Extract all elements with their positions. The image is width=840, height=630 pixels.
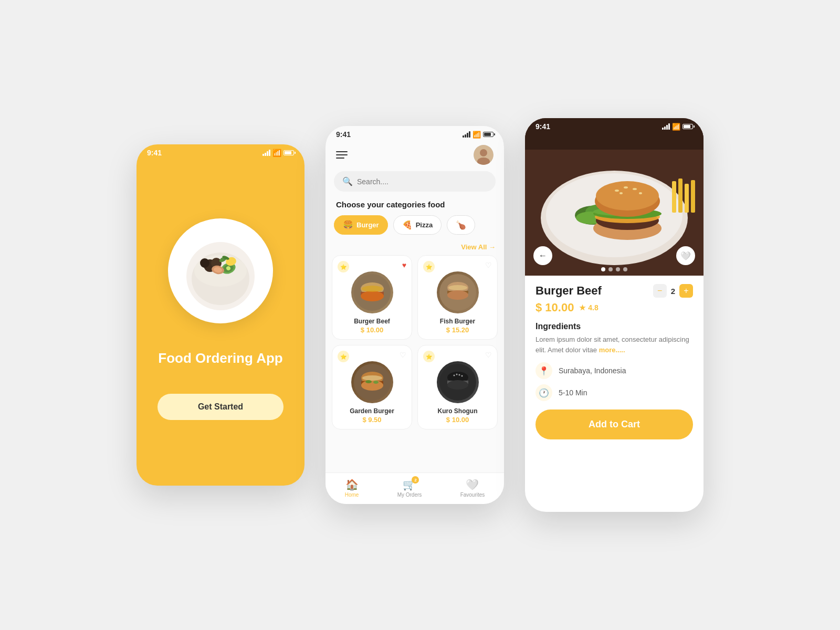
dot-4 [623, 267, 627, 271]
food-card-fish-burger[interactable]: ⭐ ♡ Fish Burger $ 15.20 [417, 255, 498, 340]
location-icon: 📍 [536, 362, 552, 379]
quantity-increase[interactable]: + [679, 284, 693, 298]
svg-point-15 [480, 149, 487, 156]
nav-home[interactable]: 🏠 Home [345, 478, 359, 498]
food-image-3 [351, 361, 393, 403]
category-other[interactable]: 🍗 [447, 215, 475, 235]
quantity-decrease[interactable]: − [653, 284, 667, 298]
pizza-icon: 🍕 [402, 220, 413, 230]
image-dots [601, 267, 627, 271]
food-image-2 [437, 271, 479, 313]
food-card-garden-burger[interactable]: ⭐ ♡ Garden Burger $ 9.50 [332, 345, 412, 429]
svg-rect-49 [691, 180, 695, 213]
home-header [326, 141, 504, 171]
svg-rect-47 [678, 178, 682, 213]
food-card-kuro-shogun[interactable]: ⭐ ♡ Kuro Shogun $ 1 [417, 345, 498, 429]
category-burger[interactable]: 🍔 Burger [334, 215, 388, 235]
search-input[interactable] [357, 177, 487, 186]
categories-title: Choose your categories food [326, 200, 504, 215]
svg-point-59 [596, 181, 659, 211]
heart-1[interactable]: ♥ [402, 261, 406, 269]
nav-favourites-label: Favourites [460, 492, 485, 498]
time-3: 9:41 [536, 122, 550, 131]
more-link[interactable]: more..... [599, 346, 625, 354]
bottom-nav: 🏠 Home 🛒 2 My Orders 🤍 Favourites [326, 472, 504, 504]
home-nav-icon: 🏠 [345, 478, 359, 491]
svg-point-64 [620, 192, 623, 194]
status-bar-1: 9:41 📶 [136, 144, 304, 159]
food-bowl-circle [168, 218, 273, 323]
view-all-row: View All → [326, 243, 504, 255]
category-pizza[interactable]: 🍕 Pizza [393, 215, 442, 235]
svg-point-38 [458, 374, 460, 376]
menu-icon[interactable] [336, 151, 348, 159]
time-row: 🕐 5-10 Min [536, 384, 693, 401]
app-title: Food Ordering App [158, 350, 282, 368]
signal-icon-3 [662, 123, 670, 130]
title-row: Burger Beef − 2 + [536, 284, 693, 298]
food-image-1 [351, 271, 393, 313]
nav-orders[interactable]: 🛒 2 My Orders [397, 478, 422, 498]
hero-heart-button[interactable]: 🤍 [676, 246, 695, 265]
svg-point-63 [639, 192, 642, 194]
ingredients-title: Ingredients [536, 322, 693, 331]
status-icons-1: 📶 [262, 149, 294, 157]
other-icon: 🍗 [456, 220, 466, 230]
time-1: 9:41 [147, 149, 162, 157]
heart-3[interactable]: ♡ [400, 351, 406, 359]
star-badge-2: ⭐ [423, 261, 435, 272]
svg-point-21 [362, 286, 383, 292]
heart-4[interactable]: ♡ [485, 351, 492, 359]
svg-point-25 [447, 290, 468, 300]
food-price-3: $ 9.50 [338, 416, 406, 424]
home-screen: 9:41 📶 [326, 126, 504, 504]
food-price-1: $ 10.00 [338, 326, 406, 334]
quantity-value: 2 [671, 287, 675, 296]
food-name-1: Burger Beef [338, 318, 406, 325]
avatar[interactable] [474, 145, 494, 165]
nav-favourites[interactable]: 🤍 Favourites [460, 478, 485, 498]
svg-point-62 [633, 188, 637, 190]
svg-point-41 [447, 380, 468, 390]
heart-nav-icon: 🤍 [466, 478, 479, 491]
get-started-button[interactable]: Get Started [158, 394, 284, 420]
signal-icon [262, 150, 270, 156]
food-name-4: Kuro Shogun [423, 407, 492, 415]
wifi-icon-2: 📶 [472, 131, 481, 139]
status-icons-3: 📶 [662, 123, 693, 131]
signal-icon-2 [463, 131, 470, 138]
splash-screen: 9:41 📶 [136, 144, 304, 486]
location-text: Surabaya, Indonesia [559, 366, 626, 375]
dot-1 [601, 267, 605, 271]
svg-point-5 [200, 258, 209, 268]
burger-icon: 🍔 [343, 220, 353, 230]
back-button[interactable]: ← [533, 246, 552, 265]
food-name-3: Garden Burger [338, 407, 406, 415]
food-card-burger-beef[interactable]: ⭐ ♥ Burger Beef $ 10.00 [332, 255, 412, 340]
food-price-4: $ 10.00 [423, 416, 492, 424]
price-row: $ 10.00 ★ 4.8 [536, 301, 693, 314]
heart-2[interactable]: ♡ [485, 261, 492, 269]
location-row: 📍 Surabaya, Indonesia [536, 362, 693, 379]
svg-rect-48 [685, 184, 689, 213]
food-image-4 [437, 361, 479, 403]
star-badge-3: ⭐ [338, 351, 349, 362]
nav-orders-label: My Orders [397, 492, 422, 498]
add-to-cart-button[interactable]: Add to Cart [536, 410, 693, 439]
search-bar[interactable]: 🔍 [334, 171, 496, 192]
status-icons-2: 📶 [463, 131, 494, 139]
time-2: 9:41 [336, 130, 351, 139]
svg-point-36 [453, 375, 455, 376]
product-rating: ★ 4.8 [579, 303, 598, 312]
product-hero: ← 🤍 [525, 118, 704, 276]
svg-point-32 [365, 380, 372, 383]
wifi-icon: 📶 [272, 149, 281, 157]
food-name-2: Fish Burger [423, 318, 492, 325]
categories-row: 🍔 Burger 🍕 Pizza 🍗 [326, 215, 504, 243]
product-title: Burger Beef [536, 284, 602, 298]
search-icon: 🔍 [342, 176, 353, 186]
svg-point-31 [362, 375, 382, 381]
status-bar-3: 9:41 📶 [525, 118, 704, 133]
view-all-link[interactable]: View All → [461, 243, 496, 251]
svg-point-33 [373, 381, 379, 384]
